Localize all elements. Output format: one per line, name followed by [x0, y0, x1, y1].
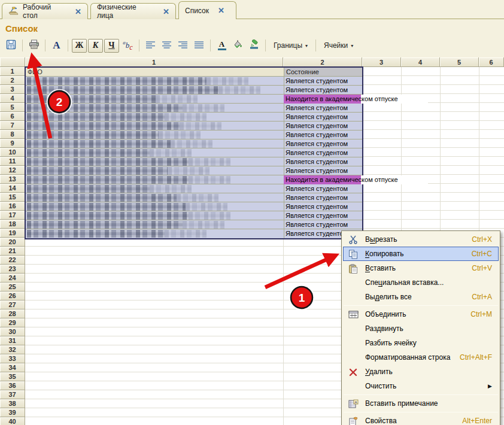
status-cell[interactable]: Является студентом [286, 193, 348, 202]
menu-item[interactable]: AВставить примечание [343, 396, 499, 411]
menu-item[interactable]: Очистить▶ [343, 379, 499, 393]
table-row[interactable]: Является студентом [26, 184, 362, 193]
row-header[interactable]: 35 [0, 372, 25, 381]
redacted-name-cell[interactable] [27, 158, 189, 166]
table-row[interactable]: Является студентом [26, 130, 362, 139]
redacted-name-cell[interactable] [27, 167, 168, 175]
menu-item[interactable]: ВставитьCtrl+V [343, 261, 499, 275]
save-button[interactable] [4, 39, 19, 53]
redacted-name-cell[interactable] [27, 176, 189, 184]
row-header[interactable]: 27 [0, 300, 25, 309]
redacted-name-cell[interactable] [27, 86, 218, 94]
row-header[interactable]: 20 [0, 238, 25, 247]
italic-button[interactable]: К [88, 39, 103, 53]
redacted-name-cell[interactable] [27, 194, 177, 202]
status-cell[interactable]: Является студентом [286, 113, 348, 121]
tab-individuals[interactable]: Физические лица ✕ [90, 3, 176, 19]
table-row[interactable]: Является студентом [26, 166, 362, 175]
font-button[interactable]: A [49, 39, 64, 53]
align-left-button[interactable] [143, 39, 158, 53]
table-row[interactable]: Находится в академическом отпуске [26, 95, 362, 104]
underline-button[interactable]: Ч [104, 39, 119, 53]
redacted-name-cell[interactable] [27, 140, 171, 148]
column-header[interactable]: 6 [479, 57, 504, 67]
row-header[interactable]: 40 [0, 417, 25, 425]
table-row[interactable]: Является студентом [26, 193, 362, 202]
bold-button[interactable]: Ж [72, 39, 87, 53]
redacted-name-cell[interactable] [27, 77, 207, 85]
text-case-button[interactable]: abc [120, 39, 135, 53]
status-cell[interactable]: Является студентом [286, 220, 348, 229]
tab-close-icon[interactable]: ✕ [218, 7, 224, 14]
redacted-name-cell[interactable] [27, 113, 165, 121]
redacted-name-cell[interactable] [27, 203, 186, 211]
row-header[interactable]: 38 [0, 399, 25, 408]
table-row[interactable]: Является студентом [26, 202, 362, 211]
row-header[interactable]: 8 [0, 130, 25, 139]
status-cell[interactable]: Является студентом [286, 229, 348, 238]
row-header[interactable]: 30 [0, 327, 25, 336]
status-cell[interactable]: Является студентом [286, 77, 348, 85]
menu-item[interactable]: Разбить ячейку [343, 336, 499, 350]
table-header-row[interactable]: ФИО Состояние [26, 68, 362, 77]
redacted-name-cell[interactable] [27, 95, 156, 103]
redacted-name-cell[interactable] [27, 131, 159, 139]
status-cell[interactable]: Является студентом [286, 148, 348, 157]
row-header[interactable]: 11 [0, 157, 25, 166]
redacted-name-cell[interactable] [27, 221, 183, 229]
redacted-name-cell[interactable] [27, 212, 189, 220]
menu-item[interactable]: Удалить [343, 365, 499, 379]
row-header[interactable]: 39 [0, 408, 25, 417]
menu-item[interactable]: Выделить всеCtrl+A [343, 290, 499, 304]
row-header[interactable]: 32 [0, 345, 25, 354]
redacted-name-cell[interactable] [27, 122, 180, 130]
status-cell[interactable]: Является студентом [286, 122, 348, 130]
table-row[interactable]: Является студентом [26, 113, 362, 122]
redacted-name-cell[interactable] [27, 104, 183, 112]
font-color-button[interactable]: A [214, 39, 229, 53]
row-header[interactable]: 9 [0, 139, 25, 148]
table-row[interactable]: Является студентом [26, 220, 362, 229]
tab-close-icon[interactable]: ✕ [163, 8, 169, 16]
status-cell[interactable]: Находится в академическом отпуске [286, 175, 398, 184]
status-cell[interactable]: Является студентом [286, 157, 348, 166]
table-row[interactable]: Является студентом [26, 104, 362, 113]
column-header[interactable]: 4 [401, 57, 440, 67]
row-header[interactable]: 34 [0, 363, 25, 372]
menu-item[interactable]: Специальная вставка... [343, 275, 499, 290]
align-center-button[interactable] [159, 39, 174, 53]
menu-item[interactable]: ОбъединитьCtrl+M [343, 307, 499, 321]
row-header[interactable]: 2 [0, 76, 25, 85]
row-header[interactable]: 6 [0, 112, 25, 121]
table-row[interactable]: Является студентом [26, 86, 362, 95]
table-row[interactable]: Является студентом [26, 229, 362, 238]
borders-dropdown[interactable]: Границы ▾ [269, 39, 312, 53]
cells-dropdown[interactable]: Ячейки ▾ [320, 39, 357, 53]
redacted-name-cell[interactable] [27, 149, 150, 157]
row-header[interactable]: 5 [0, 103, 25, 112]
table-row[interactable]: Является студентом [26, 211, 362, 220]
status-cell[interactable]: Является студентом [286, 166, 348, 175]
row-header[interactable]: 16 [0, 202, 25, 211]
table-row[interactable]: Является студентом [26, 139, 362, 148]
row-header[interactable]: 17 [0, 211, 25, 220]
table-row[interactable]: Является студентом [26, 77, 362, 86]
align-right-button[interactable] [175, 39, 190, 53]
column-header[interactable]: 3 [362, 57, 401, 67]
status-cell[interactable]: Является студентом [286, 130, 348, 139]
row-header[interactable]: 26 [0, 292, 25, 300]
line-color-button[interactable] [247, 39, 262, 53]
align-justify-button[interactable] [192, 39, 207, 53]
tab-close-icon[interactable]: ✕ [75, 8, 81, 16]
column-header[interactable]: 5 [440, 57, 479, 67]
selected-range[interactable]: ФИО СостояниеЯвляется студентомЯвляется … [25, 66, 363, 239]
header-cell-fio[interactable]: ФИО [26, 68, 284, 76]
row-header[interactable]: 19 [0, 229, 25, 238]
row-header[interactable]: 37 [0, 390, 25, 399]
status-cell[interactable]: Является студентом [286, 104, 348, 112]
row-header[interactable]: 1 [0, 67, 25, 76]
row-header[interactable]: 31 [0, 336, 25, 345]
row-header[interactable]: 24 [0, 274, 25, 283]
row-header[interactable]: 4 [0, 94, 25, 103]
row-header[interactable]: 10 [0, 148, 25, 157]
